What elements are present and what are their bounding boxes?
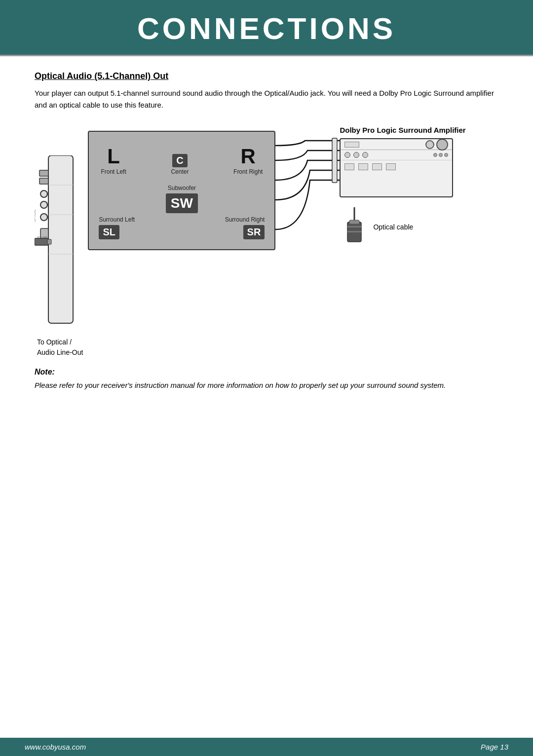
amp-port-1 xyxy=(344,163,354,170)
surround-right-cell: SR xyxy=(243,225,265,239)
amplifier-body xyxy=(340,138,453,197)
amp-top-strip xyxy=(341,139,452,150)
svg-rect-14 xyxy=(332,138,337,183)
footer-url: www.cobyusa.com xyxy=(25,743,86,751)
page-header: CONNECTIONS xyxy=(0,0,533,55)
footer-page: Page 13 xyxy=(481,743,508,751)
amp-port-2 xyxy=(358,163,368,170)
amp-button-2 xyxy=(436,139,448,151)
amp-dot-3 xyxy=(444,153,448,157)
front-right-letter: R xyxy=(241,145,256,168)
surround-right-tag: SR xyxy=(243,225,265,239)
front-right-cell: R Front Right xyxy=(231,142,265,178)
front-right-label: Front Right xyxy=(233,168,263,175)
main-content: Optical Audio (5.1-Channel) Out Your pla… xyxy=(0,56,533,401)
optical-connector-svg xyxy=(340,207,369,247)
amp-button-1 xyxy=(425,140,434,149)
svg-point-4 xyxy=(40,201,47,208)
note-title: Note: xyxy=(35,368,498,377)
svg-rect-1 xyxy=(39,170,48,176)
player-svg: OPTICAL VOLUME xyxy=(35,155,79,333)
front-left-label: Front Left xyxy=(101,168,126,175)
page-footer: www.cobyusa.com Page 13 xyxy=(0,738,533,756)
amplifier-label: Dolby Pro Logic Surround Amplifier xyxy=(340,126,465,134)
svg-rect-18 xyxy=(347,226,361,227)
front-left-cell: L Front Left xyxy=(99,142,128,178)
section-description: Your player can output 5.1-channel surro… xyxy=(35,87,498,111)
amp-indicator-3 xyxy=(362,152,368,158)
amp-display xyxy=(344,142,359,148)
amp-indicator-1 xyxy=(344,152,350,158)
svg-point-3 xyxy=(40,190,47,197)
center-letter: C xyxy=(172,154,187,167)
svg-rect-9 xyxy=(35,238,48,245)
amp-port-3 xyxy=(372,163,382,170)
svg-rect-0 xyxy=(48,155,73,323)
to-optical-label: To Optical / Audio Line-Out xyxy=(37,337,83,358)
amp-port-4 xyxy=(386,163,396,170)
amp-mid-row xyxy=(341,150,452,160)
svg-rect-17 xyxy=(349,220,359,224)
page-title: CONNECTIONS xyxy=(0,11,533,46)
svg-rect-19 xyxy=(347,231,361,232)
note-text: Please refer to your receiver's instruct… xyxy=(35,379,498,391)
surround-left-label: Surround Left xyxy=(99,216,135,223)
svg-rect-10 xyxy=(47,239,51,244)
cable-svg xyxy=(275,131,340,279)
svg-point-6 xyxy=(40,214,47,221)
speaker-amp-section: L Front Left C Center R Front Right Subw… xyxy=(88,126,465,279)
front-left-letter: L xyxy=(107,145,120,168)
amp-indicator-2 xyxy=(353,152,359,158)
cable-section xyxy=(275,131,340,279)
svg-rect-2 xyxy=(39,178,48,184)
optical-connector-area: Optical cable xyxy=(340,207,413,247)
amplifier-section: Dolby Pro Logic Surround Amplifier xyxy=(340,126,465,247)
surround-left-tag: SL xyxy=(99,225,119,239)
section-title: Optical Audio (5.1-Channel) Out xyxy=(35,71,498,81)
speaker-diagram-box: L Front Left C Center R Front Right Subw… xyxy=(88,131,275,250)
center-label: Center xyxy=(171,168,189,175)
subwoofer-label: Subwoofer xyxy=(168,185,196,191)
surround-left-cell: SL xyxy=(99,225,119,239)
optical-cable-label: Optical cable xyxy=(373,223,413,231)
connection-diagram: OPTICAL VOLUME To Optical / Audio Line-O… xyxy=(35,126,498,358)
center-cell: C Center xyxy=(169,151,190,178)
amp-dot-2 xyxy=(439,153,443,157)
player-device: OPTICAL VOLUME To Optical / Audio Line-O… xyxy=(35,155,83,358)
note-section: Note: Please refer to your receiver's in… xyxy=(35,368,498,391)
subwoofer-letter: SW xyxy=(166,193,198,213)
surround-right-label: Surround Right xyxy=(225,216,265,223)
svg-text:OPTICAL: OPTICAL xyxy=(35,209,36,222)
amp-dot-1 xyxy=(433,153,437,157)
amp-bottom-row xyxy=(341,160,452,173)
